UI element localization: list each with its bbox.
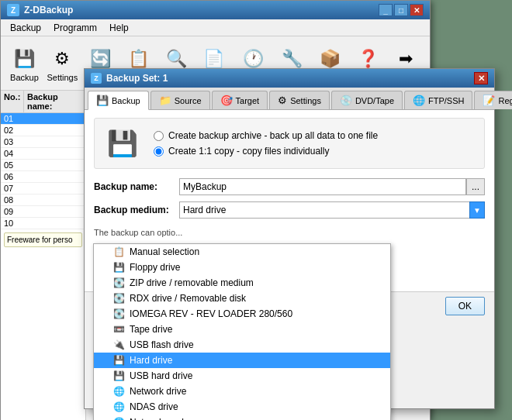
tape-icon: 📼 — [112, 324, 125, 335]
target-tab-icon: 🎯 — [220, 95, 233, 106]
sidebar-name-3 — [24, 136, 30, 147]
sidebar-row-4[interactable]: 04 — [1, 148, 85, 160]
usb-hard-icon: 💾 — [112, 370, 125, 381]
dropdown-item-usb-flash[interactable]: 🔌 USB flash drive — [94, 337, 390, 353]
tab-source[interactable]: 📁 Source — [150, 91, 210, 109]
backup-medium-dropdown: 📋 Manual selection 💾 Floppy drive 💽 ZIP … — [93, 243, 391, 420]
ftp-tab-icon: 🌐 — [413, 95, 425, 106]
radio-option-archive[interactable]: Create backup archive - back up all data… — [154, 130, 378, 141]
dialog-close-button[interactable]: ✕ — [474, 72, 488, 84]
sidebar-num-3: 03 — [1, 136, 24, 147]
sidebar-num-1: 01 — [1, 113, 24, 124]
sidebar-num-5: 05 — [1, 160, 24, 170]
dvd-tab-icon: 💿 — [340, 95, 352, 106]
tab-target[interactable]: 🎯 Target — [212, 91, 268, 109]
dropdown-item-network[interactable]: 🌐 Network drive — [94, 384, 390, 399]
sidebar-num-9: 09 — [1, 206, 24, 217]
dropdown-item-ndas[interactable]: 🌐 NDAS drive — [94, 399, 390, 415]
dropdown-item-rdx[interactable]: 💽 RDX drive / Removable disk — [94, 291, 390, 306]
sidebar-num-header: No.: — [1, 91, 24, 112]
radio-copy[interactable] — [154, 146, 164, 157]
sidebar-name-1 — [24, 113, 30, 124]
dialog-icon: Z — [91, 73, 102, 84]
settings-icon: ⚙ — [48, 45, 76, 73]
dropdown-item-usb-hard[interactable]: 💾 USB hard drive — [94, 368, 390, 384]
close-button[interactable]: ✕ — [410, 4, 424, 16]
backup-icon: 💾 — [10, 45, 38, 73]
menu-help[interactable]: Help — [103, 21, 135, 35]
sidebar-name-5 — [24, 160, 30, 170]
ok-button[interactable]: OK — [445, 297, 485, 315]
dropdown-item-iomega[interactable]: 💽 IOMEGA REV - REV LOADER 280/560 — [94, 306, 390, 322]
registry-tab-icon: 📝 — [483, 95, 495, 106]
dropdown-item-floppy[interactable]: 💾 Floppy drive — [94, 260, 390, 275]
title-bar-controls: _ □ ✕ — [379, 4, 424, 16]
dropdown-item-tape[interactable]: 📼 Tape drive — [94, 322, 390, 337]
backup-options-group: 💾 Create backup archive - back up all da… — [94, 118, 485, 169]
dropdown-item-hard-drive[interactable]: 💾 Hard drive — [94, 353, 390, 368]
sidebar-num-6: 06 — [1, 171, 24, 182]
app-icon: Z — [7, 4, 19, 16]
backup-name-input[interactable] — [179, 178, 466, 195]
dialog-title-bar: Z Backup Set: 1 ✕ — [85, 69, 494, 88]
sidebar-row-3[interactable]: 03 — [1, 136, 85, 148]
network-pool-icon: 🌐 — [112, 417, 125, 420]
sidebar-row-5[interactable]: 05 — [1, 160, 85, 171]
can-option-text: The backup can optio... — [94, 228, 485, 237]
toolbar-settings-button[interactable]: ⚙ Settings — [45, 40, 80, 87]
sidebar-name-6 — [24, 171, 30, 182]
sidebar-name-7 — [24, 183, 30, 194]
sidebar-row-9[interactable]: 09 — [1, 206, 85, 218]
sidebar-name-8 — [24, 195, 30, 205]
sidebar-row-6[interactable]: 06 — [1, 171, 85, 183]
sidebar-name-9 — [24, 206, 30, 217]
toolbar-backup-button[interactable]: 💾 Backup — [7, 40, 42, 87]
sidebar-header: No.: Backup name: — [1, 91, 85, 113]
maximize-button[interactable]: □ — [394, 4, 408, 16]
usb-flash-icon: 🔌 — [112, 339, 125, 350]
sidebar-name-4 — [24, 148, 30, 159]
menu-programm[interactable]: Programm — [47, 21, 103, 35]
sidebar-row-10[interactable]: 10 — [1, 218, 85, 229]
backup-name-browse-button[interactable]: ... — [466, 178, 485, 195]
radio-option-copy[interactable]: Create 1:1 copy - copy files individuall… — [154, 146, 378, 157]
sidebar-num-10: 10 — [1, 218, 24, 229]
dropdown-item-zip[interactable]: 💽 ZIP drive / removable medium — [94, 275, 390, 291]
dialog-title-label: Backup Set: 1 — [106, 73, 168, 84]
sidebar-row-1[interactable]: 01 — [1, 113, 85, 125]
backup-type-icon: 💾 — [104, 125, 141, 162]
backup-medium-value: Hard drive — [179, 201, 485, 219]
minimize-button[interactable]: _ — [379, 4, 393, 16]
backup-medium-dropdown-arrow[interactable]: ▼ — [469, 201, 485, 219]
backup-name-label: Backup name: — [94, 181, 179, 192]
dropdown-item-network-pool[interactable]: 🌐 Network pool — [94, 415, 390, 420]
sidebar-row-8[interactable]: 08 — [1, 195, 85, 206]
floppy-icon: 💾 — [112, 262, 125, 273]
source-tab-icon: 📁 — [159, 95, 171, 106]
sidebar-row-2[interactable]: 02 — [1, 125, 85, 136]
sidebar-num-4: 04 — [1, 148, 24, 159]
sidebar-info-box: Freeware for perso — [4, 232, 82, 247]
tab-dvd-tape[interactable]: 💿 DVD/Tape — [331, 91, 403, 109]
menu-backup[interactable]: Backup — [4, 21, 47, 35]
tab-backup[interactable]: 💾 Backup — [88, 91, 149, 110]
rdx-icon: 💽 — [112, 293, 125, 304]
network-icon: 🌐 — [112, 386, 125, 397]
backup-medium-select[interactable]: Hard drive ▼ — [179, 201, 485, 219]
sidebar-name-2 — [24, 125, 30, 136]
sidebar-name-10 — [24, 218, 30, 229]
zip-icon: 💽 — [112, 277, 125, 288]
sidebar-row-7[interactable]: 07 — [1, 183, 85, 195]
radio-archive[interactable] — [154, 131, 164, 141]
backup-tab-icon: 💾 — [96, 95, 109, 106]
hard-drive-icon: 💾 — [112, 355, 125, 366]
dropdown-item-manual[interactable]: 📋 Manual selection — [94, 244, 390, 260]
tab-ftp-ssh[interactable]: 🌐 FTP/SSH — [404, 91, 472, 109]
backup-name-row: Backup name: ... — [94, 178, 485, 195]
tab-settings[interactable]: ⚙ Settings — [269, 91, 330, 109]
tab-registry[interactable]: 📝 Registry — [474, 91, 512, 109]
sidebar-num-8: 08 — [1, 195, 24, 205]
sidebar: No.: Backup name: 01 02 03 04 05 — [1, 91, 86, 420]
main-window-title: Z-DBackup — [24, 5, 73, 15]
menu-bar: Backup Programm Help — [1, 19, 430, 36]
